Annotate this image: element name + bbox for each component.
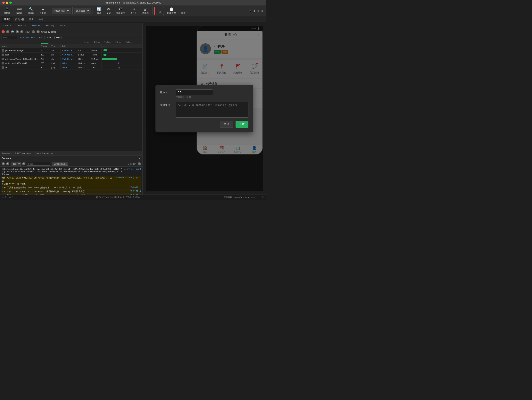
console-level-button[interactable]: Default levels [52,162,68,166]
real-debug-button[interactable]: 📲 真机调试 [114,6,127,15]
filter-cloud[interactable]: Cloud [44,36,53,39]
camera-button[interactable]: 📷 [11,30,14,33]
td-waterfall-4 [101,65,142,70]
td-init-0: VM6063 asdeb... [61,49,76,52]
console-settings-button[interactable]: ⚙ [138,162,141,165]
dialog-notes-input[interactable]: Sensation 在 2020年8月31日上午9点35分 提交上传 [176,102,248,118]
tab-network[interactable]: Network [30,23,42,28]
cut-back-button[interactable]: ⇥ 切后台 [128,6,139,15]
upload-button[interactable]: ⬆ 上传 [154,7,164,15]
editor-button[interactable]: ⌨ 编辑器 [13,6,25,15]
compile-selector[interactable]: 普通编译 ▼ [74,8,91,14]
copy-icon[interactable]: ⧉ [258,196,259,199]
tab-security[interactable]: Security [44,23,56,28]
cloud-icon: ☁ [41,7,45,11]
dialog-version-input[interactable] [176,89,213,95]
filter-input[interactable] [1,36,17,39]
refresh-icon: 🔄 [97,7,101,11]
th-status: Status [39,44,50,48]
record-icon[interactable]: ⏺ [253,10,256,12]
separator2 [72,7,73,14]
table-header: Name Status Type Initi... ... ... ... [0,44,142,48]
table-row[interactable]: get_openId?code=0819xa0004X... 200 xhr V… [0,57,142,61]
close-button[interactable] [2,1,5,4]
transferred-size: 2.5 KB transferred [15,152,32,154]
version-mgmt-button[interactable]: 📋 版本管理 [165,6,178,15]
filter-button[interactable]: ▼ [16,30,19,33]
hide-data-urls-toggle[interactable]: Hide data URLs [19,36,36,39]
console-context-select[interactable]: top [11,162,21,166]
table-row[interactable]: getUnreadMessage 200 xhr VM6063 asdeb...… [0,48,142,52]
dialog-overlay: 版本号 仅限字母、数字、. 项目备注 Sensation 在 2020年8月31… [146,26,263,191]
clear-button[interactable]: ⊘ [6,30,9,33]
phone-icon[interactable]: 📱 [249,10,252,12]
th-type: Type [50,44,61,48]
search-button[interactable]: 🔍 [20,30,23,33]
tab-debugger[interactable]: 调试器 [1,17,13,22]
view-list-button[interactable]: ☰ [32,30,35,33]
console-line-warning: ⚠ ▶ 工具未校验合法域名、web-view（业务域名）、TLS 版本以及 HT… [1,186,141,190]
td-type-4: jpeg [50,66,61,69]
table-row[interactable]: user 200 xhr VM6063 asdeb... 1.5 KB 45 m… [0,52,142,57]
network-table: Name Status Type Initi... ... ... ... ge… [0,44,142,151]
table-row[interactable]: 132 200 jpeg Other (disk ca... 4 ms [0,65,142,70]
timeline-marks: 50 ms 100 ms 150 ms 200 ms 250 ms [81,41,134,43]
detail-icon: ☰ [182,7,185,11]
dialog-version-input-wrapper: 仅限字母、数字、. [176,89,248,99]
clear-cache-button[interactable]: 🗑 清缓存 [140,6,151,15]
separator4 [152,7,153,14]
cloud-button[interactable]: ☁ 云开发 [37,6,48,15]
console-toolbar: ⊘ ▼ top 👁 Default levels 3 hidden ⚙ [0,161,142,167]
console-down-button[interactable]: ▼ [6,162,9,165]
toolbar-right-icons: 📱 ⏺ ⚙ ⊡ [249,10,265,12]
minimize-button[interactable] [6,1,8,4]
chevron-down-icon2: ▼ [87,10,89,12]
simulator-button[interactable]: 📱 模拟器 [1,6,13,15]
mode-selector[interactable]: 小程序模式 ▼ [52,8,71,14]
tab-mock[interactable]: Mock [58,23,67,28]
view-grid-button[interactable]: ⊞ [37,30,40,33]
console-filter-input[interactable] [27,162,51,166]
td-size-0: 386 B [76,49,90,52]
warning-icon: ⚠ [9,196,11,198]
td-waterfall-3 [101,61,142,65]
debugger-button[interactable]: 🔧 调试器 [25,6,37,15]
tab-output[interactable]: 输出 [27,17,36,22]
console-tab-label[interactable]: Console [1,157,11,160]
settings-icon[interactable]: ⚙ [257,10,259,12]
tab-sources[interactable]: Sources [16,23,28,28]
td-init-1: VM6063 asdeb... [61,53,76,56]
td-size-2: 613 B [76,57,90,61]
cache-icon: 🗑 [144,7,147,11]
td-name-3: vant-icon-d3825a.woff2 [0,62,39,65]
console-hidden-count: 3 hidden [128,163,136,165]
filter-xhr[interactable]: XHR [55,36,62,39]
compile-button[interactable]: 🔄 编译 [94,6,103,15]
cut-back-icon: ⇥ [132,7,135,11]
th-waterfall: ... [101,44,142,48]
filter-bar: Hide data URLs All Cloud XHR [0,35,142,40]
tab-terminal[interactable]: 终端 [37,17,45,22]
group-label: Group by frame [41,31,56,33]
split-icon[interactable]: ⊡ [261,10,263,12]
console-close-button[interactable]: ✕ [139,157,141,160]
table-row[interactable]: vant-icon-d3825a.woff2 200 font Other (d… [0,61,142,65]
detail-button[interactable]: ☰ 详情 [179,6,188,15]
tab-issues[interactable]: 问题 2 [13,17,26,22]
maximize-button[interactable] [9,1,12,4]
console-eye-button[interactable]: 👁 [22,162,25,165]
td-size-3: (disk ca... [76,62,90,65]
record-button[interactable] [1,30,5,33]
traffic-lights [0,1,12,4]
cancel-button[interactable]: 取消 [220,121,233,128]
eye-icon: 👁 [107,7,110,11]
dialog-upload-button[interactable]: 上传 [235,121,248,128]
tab-console[interactable]: Console [1,23,14,28]
console-line-info-header: Mon Aug 31 2020 09:25:13 GMT+0800（中国标准时间… [1,190,141,194]
preview-button[interactable]: 👁 预览 [104,6,113,15]
td-type-2: xhr [50,57,61,61]
settings-icon2[interactable]: ⚙ [262,196,264,199]
filter-all[interactable]: All [38,36,43,39]
row-checkbox-3 [1,62,4,64]
console-clear-button[interactable]: ⊘ [1,162,5,165]
